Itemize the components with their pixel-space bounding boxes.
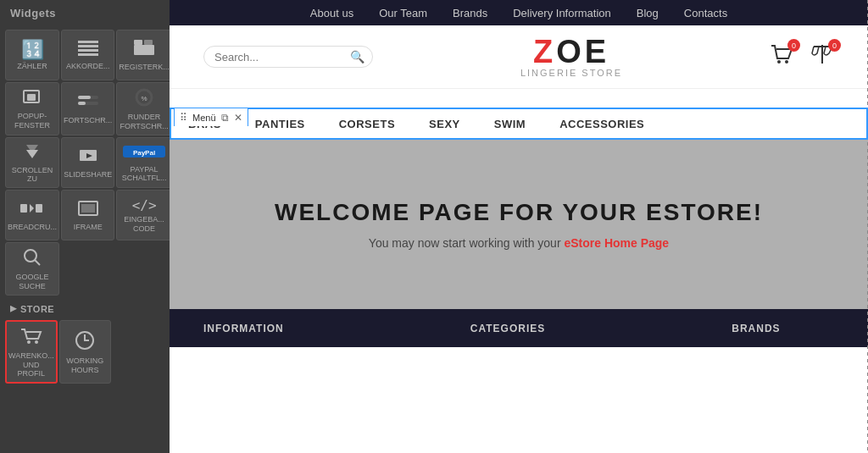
widget-label: REGISTERK... — [119, 63, 170, 72]
widget-grid: 🔢 ZÄHLER AKKORDE... REGISTERK... POPUP-F… — [0, 26, 170, 299]
widget-runder-fortschr[interactable]: % RUNDERFORTSCHR... — [116, 82, 170, 135]
svg-rect-10 — [78, 96, 91, 99]
nav-brands[interactable]: Brands — [453, 7, 487, 19]
cart-button[interactable]: 0 — [770, 43, 793, 70]
widget-zaehler[interactable]: 🔢 ZÄHLER — [5, 30, 59, 80]
widget-label: RUNDERFORTSCHR... — [120, 113, 168, 131]
widget-slideshare[interactable]: SLIDESHARE — [61, 137, 114, 189]
slideshow-icon — [78, 147, 98, 168]
clock-icon — [75, 330, 95, 354]
scale-badge: 0 — [828, 39, 841, 52]
main-content: About us Our Team Brands Delivery Inform… — [170, 0, 868, 453]
footer-col-brands: BRANDS — [732, 323, 780, 334]
menu-edit-label: Menü — [192, 113, 216, 123]
search-icon: 🔍 — [350, 50, 364, 64]
nav-delivery-info[interactable]: Delivery Information — [513, 7, 611, 19]
svg-rect-12 — [78, 102, 86, 105]
svg-rect-19 — [20, 204, 27, 213]
svg-point-26 — [27, 340, 31, 344]
menu-item-corsets[interactable]: CORSETS — [339, 118, 395, 130]
menu-bar-wrapper: ⠿ Menü ⧉ ✕ BRAS PANTIES CORSETS SEXY SWI… — [170, 108, 868, 140]
widget-breadcru[interactable]: BREADCRU... — [5, 190, 59, 240]
svg-rect-4 — [134, 40, 142, 45]
main-menu-nav: BRAS PANTIES CORSETS SEXY SWIM ACCESSORI… — [170, 108, 868, 140]
breadcrumb-icon — [20, 200, 44, 220]
menu-item-accessories[interactable]: ACCESSORIES — [559, 118, 644, 130]
top-nav: About us Our Team Brands Delivery Inform… — [170, 0, 868, 25]
drag-handle-icon[interactable]: ⠿ — [180, 112, 187, 124]
widget-paypal[interactable]: PayPal PAYPALSCHALTFL... — [116, 137, 170, 189]
svg-line-25 — [35, 260, 40, 265]
widget-label: AKKORDE... — [66, 62, 110, 71]
widget-fortschr[interactable]: FORTSCHR... — [61, 82, 114, 135]
sidebar: Widgets 🔢 ZÄHLER AKKORDE... REGISTERK...… — [0, 0, 170, 453]
search-box[interactable]: 🔍 — [203, 46, 373, 68]
menu-item-panties[interactable]: PANTIES — [255, 118, 305, 130]
cart-profile-icon — [19, 327, 43, 349]
counter-icon: 🔢 — [21, 41, 44, 59]
widget-working-hours[interactable]: WORKINGHOURS — [59, 320, 111, 384]
widget-label: PAYPALSCHALTFL... — [122, 165, 167, 184]
widget-registerk[interactable]: REGISTERK... — [116, 30, 170, 80]
widget-warenko-und-profil[interactable]: WARENKO...UND PROFIL — [5, 320, 58, 384]
menu-item-sexy[interactable]: SEXY — [429, 118, 460, 130]
widget-iframe[interactable]: IFRAME — [61, 190, 114, 240]
logo-letters-oe: OE — [556, 34, 609, 69]
svg-rect-30 — [84, 340, 89, 341]
widget-scrollen-zu[interactable]: SCROLLENZU — [5, 137, 59, 189]
menu-item-swim[interactable]: SWIM — [494, 118, 526, 130]
svg-text:PayPal: PayPal — [133, 149, 155, 157]
svg-rect-23 — [81, 204, 95, 213]
sidebar-header: Widgets — [0, 0, 170, 26]
nav-our-team[interactable]: Our Team — [379, 7, 427, 19]
svg-point-24 — [25, 250, 36, 262]
nav-about-us[interactable]: About us — [310, 7, 353, 19]
menu-copy-button[interactable]: ⧉ — [221, 112, 229, 124]
hero-subtitle-prefix: You may now start working with your — [369, 236, 565, 250]
footer-col-categories: CATEGORIES — [470, 323, 545, 334]
menu-close-button[interactable]: ✕ — [234, 112, 242, 124]
logo-letter-z: Z — [533, 34, 556, 69]
search-input[interactable] — [214, 51, 350, 64]
hero-subtitle-link[interactable]: eStore Home Page — [564, 236, 669, 250]
cart-badge: 0 — [787, 39, 800, 52]
svg-text:%: % — [142, 95, 147, 102]
store-widget-grid: WARENKO...UND PROFIL WORKINGHOURS — [0, 317, 170, 387]
widget-google-suche[interactable]: GOOGLESUCHE — [5, 242, 59, 296]
svg-rect-8 — [27, 94, 36, 101]
nav-blog[interactable]: Blog — [637, 7, 659, 19]
header: 🔍 ZOE Lingerie Store 0 0 — [170, 25, 868, 89]
footer-columns: INFORMATION CATEGORIES BRANDS CONTACT — [203, 323, 868, 334]
widget-label: EINGEBA...CODE — [124, 215, 164, 234]
google-search-icon — [23, 248, 42, 270]
progress-icon — [78, 93, 98, 113]
paypal-icon: PayPal — [123, 144, 165, 163]
nav-contacts[interactable]: Contacts — [684, 7, 727, 19]
widget-akkorde[interactable]: AKKORDE... — [61, 30, 114, 80]
widget-label: SLIDESHARE — [64, 170, 112, 180]
svg-rect-6 — [134, 45, 154, 55]
footer: INFORMATION CATEGORIES BRANDS CONTACT — [170, 309, 868, 347]
svg-rect-0 — [78, 41, 98, 43]
logo-text: ZOE — [520, 36, 622, 68]
widget-label: WARENKO...UND PROFIL — [8, 351, 54, 378]
accordion-icon — [78, 41, 98, 59]
scale-button[interactable]: 0 — [810, 43, 834, 70]
logo-tagline: Lingerie Store — [520, 68, 622, 78]
widget-label: ZÄHLER — [17, 62, 47, 71]
svg-point-32 — [785, 60, 788, 64]
footer-col-information: INFORMATION — [203, 323, 284, 334]
svg-rect-3 — [78, 53, 98, 56]
svg-rect-1 — [78, 45, 98, 47]
widget-label: BREADCRU... — [8, 223, 57, 232]
circular-progress-icon: % — [135, 88, 153, 110]
widget-label: IFRAME — [74, 223, 103, 232]
iframe-icon — [78, 200, 98, 220]
widget-popup[interactable]: POPUP-FENSTER — [5, 82, 59, 135]
widget-label: GOOGLESUCHE — [16, 273, 49, 291]
code-icon: </> — [132, 199, 157, 213]
hero-section: WELCOME PAGE FOR YOUR ESTORE! You may no… — [170, 140, 868, 309]
menu-edit-bar: ⠿ Menü ⧉ ✕ — [174, 108, 248, 126]
widget-eingeba-code[interactable]: </> EINGEBA...CODE — [116, 190, 170, 240]
widget-label: POPUP-FENSTER — [14, 112, 50, 130]
